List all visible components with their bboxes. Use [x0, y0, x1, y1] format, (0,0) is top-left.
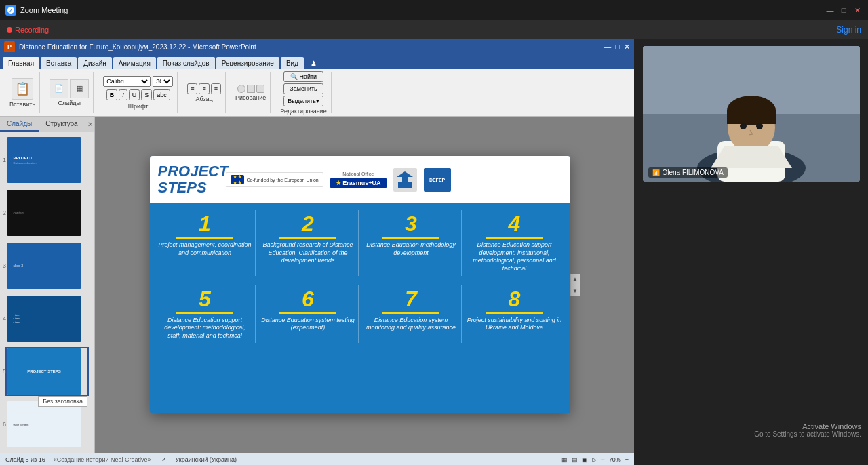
scroll-up-button[interactable]: ▲: [570, 274, 580, 283]
bold-button[interactable]: B: [106, 89, 118, 100]
editing-label: Редактирование: [280, 108, 327, 115]
ribbon-group-clipboard: 📋 Вставить: [5, 72, 40, 113]
step-7-text: Distance Education system monitoring and…: [364, 317, 458, 332]
step-5: 5 Distance Education support development…: [155, 285, 256, 343]
national-office-label: National Office: [342, 171, 374, 176]
statusbar-right: ▦ ▤ ▣ ▷ − 70% +: [561, 456, 629, 463]
slide-canvas[interactable]: PROJECT STEPS ★★★★ Co-funded by the Euro…: [150, 156, 570, 413]
view-sorter-btn[interactable]: ▤: [572, 456, 578, 463]
tab-animation[interactable]: Анимация: [113, 57, 156, 69]
maximize-button[interactable]: □: [838, 5, 849, 16]
activate-windows-notice: Activate Windows Go to Settings to activ…: [754, 422, 861, 438]
slide-thumb-2[interactable]: 2 content: [5, 188, 89, 237]
slide-thumb-5[interactable]: 5 PROJECT STEPS Без заголовка: [5, 347, 89, 396]
slide-panel: Слайды Структура ✕ 1 PROJECT Distance ed…: [0, 117, 95, 453]
step-2-number: 2: [302, 213, 314, 235]
ppt-close-btn[interactable]: ✕: [624, 43, 630, 52]
strikethrough-button[interactable]: abc: [153, 89, 170, 100]
ppt-minimize-btn[interactable]: —: [604, 43, 611, 52]
step-8: 8 Project sustainability and scaling in …: [465, 285, 565, 343]
ppt-window-controls: — □ ✕: [604, 43, 630, 52]
step-2-divider: [279, 237, 336, 239]
ppt-titlebar: P Distance Education for Future_Консорці…: [0, 39, 634, 54]
ppt-content-area: Слайды Структура ✕ 1 PROJECT Distance ed…: [0, 117, 634, 453]
step-1-number: 1: [199, 213, 211, 235]
slide-scrollbar[interactable]: ▲ ▼: [570, 274, 580, 296]
slide-thumb-4[interactable]: 4 • item• item• item: [5, 294, 89, 343]
shadow-button[interactable]: S: [141, 89, 152, 100]
tab-home[interactable]: Главная: [3, 57, 39, 69]
zoom-in-btn[interactable]: +: [625, 456, 629, 463]
tab-extra[interactable]: ♟: [305, 57, 322, 69]
tab-insert[interactable]: Вставка: [41, 57, 77, 69]
close-button[interactable]: ✕: [852, 5, 863, 16]
recording-badge: Recording: [7, 26, 49, 34]
slide-thumb-6[interactable]: 6 table content: [5, 400, 89, 449]
tab-slideshow[interactable]: Показ слайдов: [157, 57, 215, 69]
step-4-divider: [486, 237, 543, 239]
tab-review[interactable]: Рецензирование: [216, 57, 279, 69]
font-family-select[interactable]: Calibri: [103, 76, 151, 87]
view-reading-btn[interactable]: ▣: [582, 456, 588, 463]
replace-button[interactable]: Заменить: [283, 83, 323, 94]
view-normal-btn[interactable]: ▦: [561, 456, 568, 463]
step-6-text: Distance Education system testing (exper…: [261, 317, 355, 332]
step-7-number: 7: [405, 288, 417, 310]
paste-button[interactable]: 📋: [12, 78, 33, 100]
slide-count-status: Слайд 5 из 16: [5, 456, 45, 463]
layout-button[interactable]: ▦: [70, 79, 89, 98]
step-1: 1 Project management, coordination and c…: [155, 210, 256, 276]
step-7: 7 Distance Education system monitoring a…: [361, 285, 462, 343]
minimize-button[interactable]: —: [825, 5, 835, 16]
ribbon-group-editing: 🔍 Найти Заменить Выделить▾ Редактировани…: [276, 72, 332, 113]
step-4-text: Distance Education support development: …: [467, 241, 562, 273]
tab-view[interactable]: Вид: [281, 57, 304, 69]
font-size-select[interactable]: 30: [153, 76, 173, 87]
scroll-down-button[interactable]: ▼: [570, 286, 580, 296]
erasmus-logo-box: National Office ★ Erasmus+UA: [330, 171, 387, 188]
sign-in-button[interactable]: Sign in: [836, 25, 861, 35]
align-left-button[interactable]: ≡: [187, 83, 197, 94]
recording-label: Recording: [15, 26, 49, 34]
slide-num-5: 5: [3, 368, 6, 375]
slide-header: PROJECT STEPS ★★★★ Co-funded by the Euro…: [150, 156, 570, 203]
thumb1-content: PROJECT Distance education: [11, 153, 78, 167]
italic-button[interactable]: I: [119, 89, 127, 100]
ppt-ribbon-tabs: Главная Вставка Дизайн Анимация Показ сл…: [0, 54, 634, 69]
person-background: [643, 46, 860, 182]
video-feed: 📶 Olena FILIMONOVA: [643, 46, 860, 182]
step-3-number: 3: [405, 213, 417, 235]
svg-point-14: [756, 123, 763, 129]
view-slideshow-btn[interactable]: ▷: [592, 456, 597, 463]
slide-thumb-1[interactable]: 1 PROJECT Distance education: [5, 136, 89, 184]
find-button[interactable]: 🔍 Найти: [283, 71, 323, 82]
step-8-number: 8: [509, 288, 521, 310]
zoom-out-btn[interactable]: −: [601, 456, 604, 463]
tab-design[interactable]: Дизайн: [78, 57, 112, 69]
new-slide-button[interactable]: 📄: [50, 79, 68, 98]
align-center-button[interactable]: ≡: [199, 83, 209, 94]
step-6-number: 6: [302, 288, 314, 310]
step-8-divider: [486, 312, 543, 314]
zoom-app-icon: Z: [5, 5, 16, 16]
slides-label: Слайды: [58, 100, 81, 106]
font-row1: Calibri 30: [103, 76, 173, 87]
ppt-maximize-btn[interactable]: □: [615, 43, 620, 52]
thumb4-content: • item• item• item: [11, 310, 78, 327]
slide-num-4: 4: [3, 315, 6, 322]
ppt-window: P Distance Education for Future_Консорці…: [0, 39, 634, 465]
step-5-number: 5: [199, 288, 211, 310]
align-right-button[interactable]: ≡: [211, 83, 221, 94]
close-panel-button[interactable]: ✕: [85, 121, 95, 128]
structure-tab[interactable]: Структура: [39, 117, 84, 132]
step-3-divider: [382, 237, 439, 239]
select-button[interactable]: Выделить▾: [283, 96, 323, 106]
underline-button[interactable]: U: [129, 89, 140, 100]
slide-thumb-3[interactable]: 3 slide 3: [5, 241, 89, 290]
paste-label: Вставить: [9, 101, 35, 108]
ribbon-group-font: Calibri 30 B I U S abc Шрифт: [99, 72, 178, 113]
slides-tab[interactable]: Слайды: [0, 117, 39, 132]
eu-flag-icon: ★★★★: [231, 175, 244, 184]
thumb2-content: content: [11, 208, 78, 218]
recording-dot: [7, 27, 12, 33]
